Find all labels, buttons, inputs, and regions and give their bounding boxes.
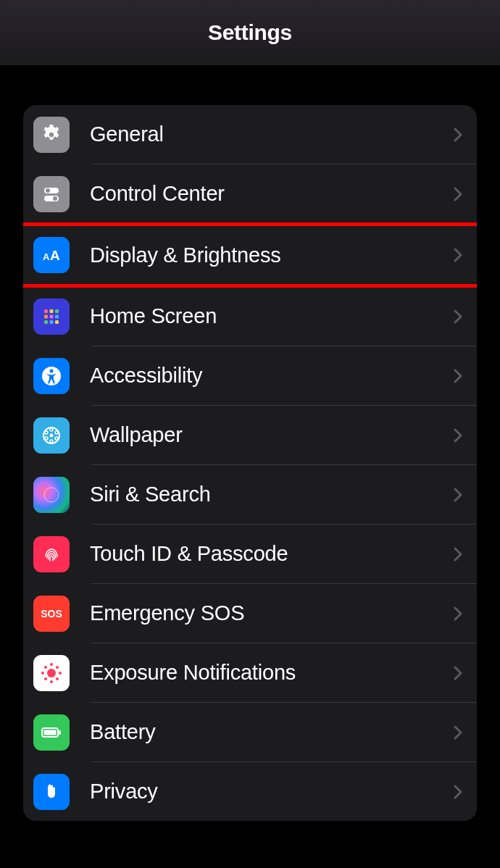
svg-point-17 xyxy=(50,369,54,372)
chevron-right-icon xyxy=(454,187,462,201)
row-label: Privacy xyxy=(90,780,454,804)
fingerprint-icon xyxy=(33,536,70,572)
settings-group: General Control Center AA Display & Brig… xyxy=(23,105,477,821)
gear-icon xyxy=(33,117,70,153)
svg-text:A: A xyxy=(43,251,50,262)
wallpaper-icon xyxy=(33,417,70,454)
row-label: Exposure Notifications xyxy=(90,661,454,685)
svg-point-26 xyxy=(44,488,59,502)
row-accessibility[interactable]: Accessibility xyxy=(23,346,477,405)
chevron-right-icon xyxy=(454,547,462,562)
svg-rect-14 xyxy=(50,320,54,324)
row-label: Touch ID & Passcode xyxy=(90,542,454,566)
svg-point-22 xyxy=(55,437,58,440)
svg-point-31 xyxy=(41,672,44,675)
row-emergency-sos[interactable]: SOS Emergency SOS xyxy=(23,584,477,643)
svg-point-25 xyxy=(45,431,48,434)
row-siri-search[interactable]: Siri & Search xyxy=(23,465,477,524)
sos-icon: SOS xyxy=(33,596,70,632)
chevron-right-icon xyxy=(454,785,462,799)
chevron-right-icon xyxy=(454,666,462,680)
svg-point-30 xyxy=(50,680,53,683)
svg-rect-7 xyxy=(44,309,48,313)
chevron-right-icon xyxy=(454,369,462,383)
svg-text:SOS: SOS xyxy=(41,608,62,619)
home-screen-icon xyxy=(33,299,70,335)
svg-point-21 xyxy=(55,431,58,434)
row-label: Battery xyxy=(90,720,454,744)
row-label: Home Screen xyxy=(90,304,454,328)
svg-point-29 xyxy=(50,663,53,666)
row-label: Siri & Search xyxy=(90,483,454,506)
chevron-right-icon xyxy=(454,725,462,740)
svg-point-35 xyxy=(44,677,47,680)
row-control-center[interactable]: Control Center xyxy=(23,164,477,223)
svg-rect-12 xyxy=(55,314,59,318)
chevron-right-icon xyxy=(454,488,462,502)
row-label: Emergency SOS xyxy=(90,601,454,625)
header-bar: Settings xyxy=(0,0,500,65)
chevron-right-icon xyxy=(454,128,462,142)
chevron-right-icon xyxy=(454,606,462,621)
svg-point-0 xyxy=(49,132,54,136)
svg-rect-15 xyxy=(55,320,59,324)
row-label: Control Center xyxy=(90,182,454,206)
svg-point-36 xyxy=(56,677,59,680)
svg-point-28 xyxy=(47,669,56,677)
row-label: General xyxy=(90,122,454,146)
switches-icon xyxy=(33,176,70,212)
svg-text:A: A xyxy=(50,248,60,263)
row-exposure-notifications[interactable]: Exposure Notifications xyxy=(23,643,477,702)
svg-point-32 xyxy=(59,672,62,675)
row-wallpaper[interactable]: Wallpaper xyxy=(23,406,477,464)
chevron-right-icon xyxy=(454,428,462,443)
page-title: Settings xyxy=(208,20,292,45)
svg-rect-38 xyxy=(44,730,57,735)
svg-point-24 xyxy=(45,437,48,440)
exposure-icon xyxy=(33,655,70,691)
svg-point-2 xyxy=(46,188,50,193)
row-home-screen[interactable]: Home Screen xyxy=(23,287,477,346)
text-size-icon: AA xyxy=(33,237,70,273)
accessibility-icon xyxy=(33,358,70,394)
hand-icon xyxy=(33,774,70,810)
svg-point-4 xyxy=(53,196,57,201)
row-label: Accessibility xyxy=(90,364,454,388)
svg-rect-9 xyxy=(55,309,59,313)
svg-point-19 xyxy=(50,433,54,437)
siri-icon xyxy=(33,477,70,513)
row-touch-id[interactable]: Touch ID & Passcode xyxy=(23,525,477,583)
svg-rect-8 xyxy=(50,309,54,313)
row-battery[interactable]: Battery xyxy=(23,703,477,761)
svg-rect-13 xyxy=(44,320,48,324)
row-display-brightness[interactable]: AA Display & Brightness xyxy=(23,224,477,286)
chevron-right-icon xyxy=(454,309,462,324)
chevron-right-icon xyxy=(454,248,462,262)
row-label: Display & Brightness xyxy=(90,243,454,267)
svg-point-33 xyxy=(44,666,47,669)
svg-rect-11 xyxy=(50,314,54,318)
svg-point-34 xyxy=(56,666,59,669)
svg-rect-10 xyxy=(44,314,48,318)
content-area: General Control Center AA Display & Brig… xyxy=(0,65,500,821)
battery-icon xyxy=(33,714,70,751)
row-general[interactable]: General xyxy=(23,105,477,164)
row-privacy[interactable]: Privacy xyxy=(23,762,477,821)
svg-rect-39 xyxy=(59,730,61,735)
svg-point-23 xyxy=(50,440,53,443)
row-label: Wallpaper xyxy=(90,423,454,447)
svg-point-20 xyxy=(50,428,53,431)
